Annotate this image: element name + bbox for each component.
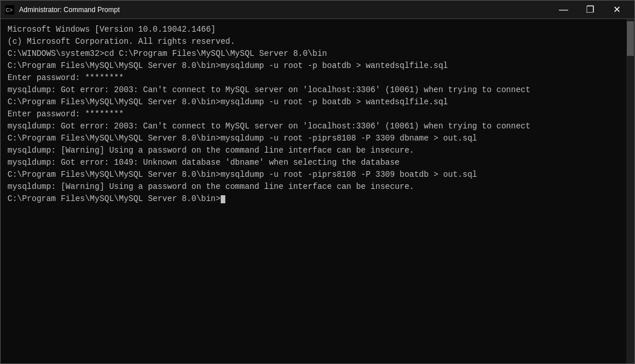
- terminal-output[interactable]: Microsoft Windows [Version 10.0.19042.14…: [1, 19, 626, 363]
- title-bar-left: C> Administrator: Command Prompt: [5, 5, 120, 14]
- terminal-line: Enter password: ********: [7, 108, 619, 120]
- title-bar: C> Administrator: Command Prompt — ❐ ✕: [1, 1, 634, 19]
- terminal-cursor: [221, 195, 225, 203]
- terminal-line: C:\Program Files\MySQL\MySQL Server 8.0\…: [7, 132, 619, 145]
- content-area: Microsoft Windows [Version 10.0.19042.14…: [1, 19, 634, 363]
- terminal-line: C:\Program Files\MySQL\MySQL Server 8.0\…: [7, 96, 619, 108]
- terminal-line: Microsoft Windows [Version 10.0.19042.14…: [7, 24, 619, 36]
- restore-button[interactable]: ❐: [577, 1, 603, 19]
- terminal-line: mysqldump: [Warning] Using a password on…: [7, 145, 619, 157]
- terminal-line: C:\Program Files\MySQL\MySQL Server 8.0\…: [7, 169, 619, 181]
- window: C> Administrator: Command Prompt — ❐ ✕ M…: [0, 0, 635, 364]
- terminal-line: Enter password: ********: [7, 72, 619, 84]
- terminal-line: (c) Microsoft Corporation. All rights re…: [7, 36, 619, 48]
- terminal-line: mysqldump: Got error: 1049: Unknown data…: [7, 157, 619, 169]
- window-title: Administrator: Command Prompt: [19, 6, 120, 14]
- scrollbar-thumb[interactable]: [627, 21, 634, 56]
- terminal-line: C:\WINDOWS\system32>cd C:\Program Files\…: [7, 48, 619, 60]
- terminal-line: mysqldump: Got error: 2003: Can't connec…: [7, 84, 619, 96]
- svg-text:C>: C>: [6, 7, 13, 14]
- terminal-line: C:\Program Files\MySQL\MySQL Server 8.0\…: [7, 193, 619, 205]
- minimize-button[interactable]: —: [550, 1, 577, 19]
- title-bar-controls: — ❐ ✕: [550, 1, 630, 19]
- terminal-line: C:\Program Files\MySQL\MySQL Server 8.0\…: [7, 60, 619, 72]
- terminal-line: mysqldump: [Warning] Using a password on…: [7, 181, 619, 193]
- scrollbar[interactable]: [626, 19, 634, 363]
- close-button[interactable]: ✕: [603, 1, 630, 19]
- terminal-line: mysqldump: Got error: 2003: Can't connec…: [7, 120, 619, 132]
- cmd-icon: C>: [5, 5, 14, 14]
